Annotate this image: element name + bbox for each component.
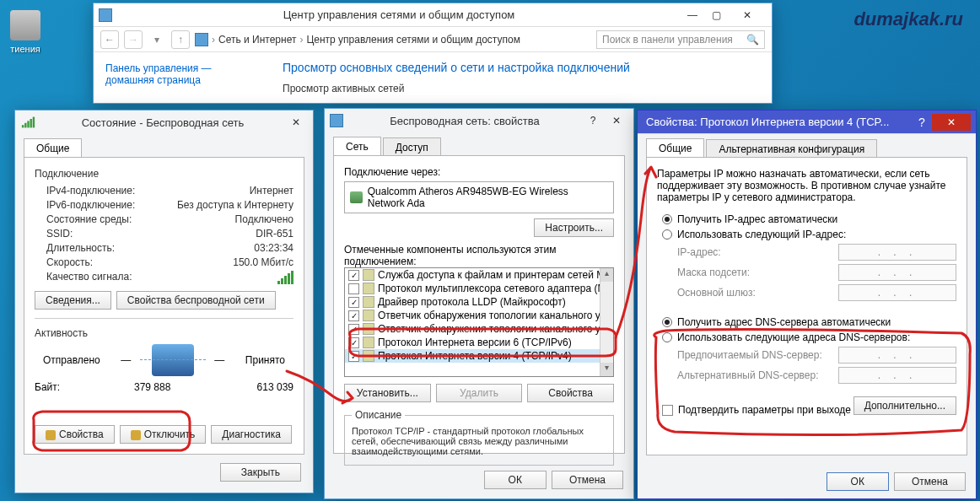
titlebar[interactable]: Беспроводная сеть: свойства ? ✕ bbox=[325, 109, 633, 132]
checkbox[interactable] bbox=[348, 283, 359, 294]
checkbox[interactable]: ✓ bbox=[348, 324, 359, 335]
advanced-button[interactable]: Дополнительно... bbox=[853, 396, 956, 415]
description-legend: Описание bbox=[352, 409, 405, 421]
toolbar: ← → ▾ ↑ › Сеть и Интернет › Центр управл… bbox=[94, 27, 772, 52]
tab-sharing[interactable]: Доступ bbox=[383, 137, 441, 157]
radio-auto-ip[interactable]: Получить IP-адрес автоматически bbox=[662, 213, 956, 225]
disable-button[interactable]: Отключить bbox=[120, 425, 207, 444]
main-content: Просмотр основных сведений о сети и наст… bbox=[271, 52, 772, 103]
list-item[interactable]: ✓Служба доступа к файлам и принтерам сет… bbox=[345, 268, 613, 282]
minimize-button[interactable]: — bbox=[681, 7, 704, 24]
breadcrumb-item[interactable]: Сеть и Интернет bbox=[218, 34, 296, 46]
scrollbar[interactable]: ▴ ▾ bbox=[600, 268, 613, 376]
checkbox[interactable]: ✓ bbox=[348, 351, 359, 362]
uninstall-button[interactable]: Удалить bbox=[436, 384, 523, 402]
install-button[interactable]: Установить... bbox=[344, 384, 431, 402]
wireless-properties-button[interactable]: Свойства беспроводной сети bbox=[116, 291, 276, 310]
back-button[interactable]: ← bbox=[100, 30, 119, 49]
search-input[interactable]: Поиск в панели управления 🔍 bbox=[596, 30, 765, 49]
label-ssid: SSID: bbox=[46, 228, 73, 240]
list-item[interactable]: Протокол мультиплексора сетевого адаптер… bbox=[345, 282, 613, 295]
component-icon bbox=[363, 296, 374, 308]
properties-button[interactable]: Свойства bbox=[35, 425, 115, 444]
breadcrumb-item[interactable]: Центр управления сетями и общим доступом bbox=[306, 34, 520, 46]
tab-general[interactable]: Общие bbox=[24, 138, 82, 158]
tab-general[interactable]: Общие bbox=[646, 138, 704, 158]
up-button[interactable]: ↑ bbox=[171, 30, 190, 49]
checkbox-label: Подтвердить параметры при выходе bbox=[678, 404, 851, 416]
list-item[interactable]: ✓Ответчик обнаружения топологии канально… bbox=[345, 322, 613, 336]
close-button[interactable]: ✕ bbox=[728, 7, 767, 24]
checkbox[interactable]: ✓ bbox=[348, 310, 359, 321]
page-heading: Просмотр основных сведений о сети и наст… bbox=[283, 61, 760, 74]
help-button[interactable]: ? bbox=[912, 113, 932, 132]
cancel-button[interactable]: Отмена bbox=[894, 472, 966, 491]
component-icon bbox=[363, 323, 374, 335]
cancel-button[interactable]: Отмена bbox=[552, 471, 623, 489]
label-dns1: Предпочитаемый DNS-сервер: bbox=[677, 349, 822, 361]
diagnose-button[interactable]: Диагностика bbox=[211, 425, 292, 444]
component-icon bbox=[363, 350, 374, 362]
component-icon bbox=[363, 310, 374, 321]
value-duration: 03:23:34 bbox=[254, 242, 293, 254]
label-ipv6: IPv6-подключение: bbox=[46, 199, 135, 211]
scroll-down[interactable]: ▾ bbox=[600, 363, 613, 376]
label-connect-via: Подключение через: bbox=[344, 166, 614, 178]
value-media: Подключено bbox=[235, 213, 293, 225]
gateway-input[interactable]: . . . bbox=[838, 284, 956, 301]
sidebar-link-home[interactable]: Панель управления — домашняя страница bbox=[105, 62, 259, 86]
maximize-button[interactable]: ▢ bbox=[704, 7, 728, 24]
component-properties-button[interactable]: Свойства bbox=[527, 384, 614, 402]
list-item[interactable]: ✓Протокол Интернета версии 6 (TCP/IPv6) bbox=[345, 336, 613, 349]
search-placeholder: Поиск в панели управления bbox=[602, 34, 746, 46]
titlebar[interactable]: Центр управления сетями и общим доступом… bbox=[94, 3, 772, 27]
radio-icon bbox=[662, 332, 672, 342]
close-window-button[interactable]: Закрыть bbox=[220, 463, 301, 482]
checkbox[interactable]: ✓ bbox=[348, 337, 359, 348]
list-item[interactable]: ✓Ответчик обнаружения топологии канально… bbox=[345, 309, 613, 322]
ip-address-input[interactable]: . . . bbox=[838, 244, 956, 261]
ok-button[interactable]: ОК bbox=[484, 471, 547, 489]
alternate-dns-input[interactable]: . . . bbox=[838, 367, 956, 384]
titlebar[interactable]: Свойства: Протокол Интернета версии 4 (T… bbox=[638, 110, 976, 134]
checkbox[interactable] bbox=[662, 405, 673, 416]
tab-strip: Сеть Доступ bbox=[325, 132, 633, 155]
list-item[interactable]: ✓Драйвер протокола LLDP (Майкрософт) bbox=[345, 295, 613, 309]
close-button[interactable]: ✕ bbox=[932, 114, 971, 131]
preferred-dns-input[interactable]: . . . bbox=[838, 347, 956, 364]
list-item-label: Драйвер протокола LLDP (Майкрософт) bbox=[378, 296, 566, 308]
search-icon: 🔍 bbox=[746, 34, 759, 46]
component-icon bbox=[363, 269, 374, 281]
checkbox[interactable]: ✓ bbox=[348, 270, 359, 281]
sidebar: Панель управления — домашняя страница bbox=[94, 52, 271, 103]
radio-manual-dns[interactable]: Использовать следующие адреса DNS-сервер… bbox=[662, 331, 956, 343]
ok-button[interactable]: ОК bbox=[827, 472, 889, 491]
scroll-up[interactable]: ▴ bbox=[600, 268, 613, 282]
forward-button[interactable]: → bbox=[124, 30, 143, 49]
titlebar[interactable]: Состояние - Беспроводная сеть ✕ bbox=[15, 110, 313, 134]
checkbox[interactable]: ✓ bbox=[348, 297, 359, 308]
value-bytes-sent: 379 888 bbox=[134, 381, 170, 393]
value-ipv6: Без доступа к Интернету bbox=[177, 199, 293, 211]
radio-auto-dns[interactable]: Получить адрес DNS-сервера автоматически bbox=[662, 316, 956, 328]
breadcrumb[interactable]: › Сеть и Интернет › Центр управления сет… bbox=[195, 33, 591, 46]
list-item-label: Служба доступа к файлам и принтерам сете… bbox=[378, 269, 613, 281]
label-received: Принято bbox=[245, 354, 285, 366]
breadcrumb-icon bbox=[195, 33, 208, 46]
radio-manual-ip[interactable]: Использовать следующий IP-адрес: bbox=[662, 229, 956, 240]
configure-button[interactable]: Настроить... bbox=[534, 218, 614, 237]
tab-network[interactable]: Сеть bbox=[333, 137, 381, 156]
close-button[interactable]: ✕ bbox=[284, 114, 308, 131]
help-button[interactable]: ? bbox=[581, 112, 605, 129]
recent-button[interactable]: ▾ bbox=[148, 30, 166, 49]
desktop-shortcut[interactable]: ти⁣ения bbox=[3, 10, 47, 54]
details-button[interactable]: Сведения... bbox=[35, 291, 111, 310]
nic-icon bbox=[350, 191, 363, 203]
subnet-mask-input[interactable]: . . . bbox=[838, 264, 956, 281]
tab-alternate[interactable]: Альтернативная конфигурация bbox=[706, 139, 877, 159]
close-button[interactable]: ✕ bbox=[605, 112, 628, 129]
list-item-selected[interactable]: ✓Протокол Интернета версии 4 (TCP/IPv4) bbox=[345, 349, 613, 363]
intro-text: Параметры IP можно назначать автоматичес… bbox=[657, 168, 956, 203]
validate-checkbox-row[interactable]: Подтвердить параметры при выходе bbox=[662, 404, 851, 416]
component-list[interactable]: ✓Служба доступа к файлам и принтерам сет… bbox=[344, 267, 614, 377]
